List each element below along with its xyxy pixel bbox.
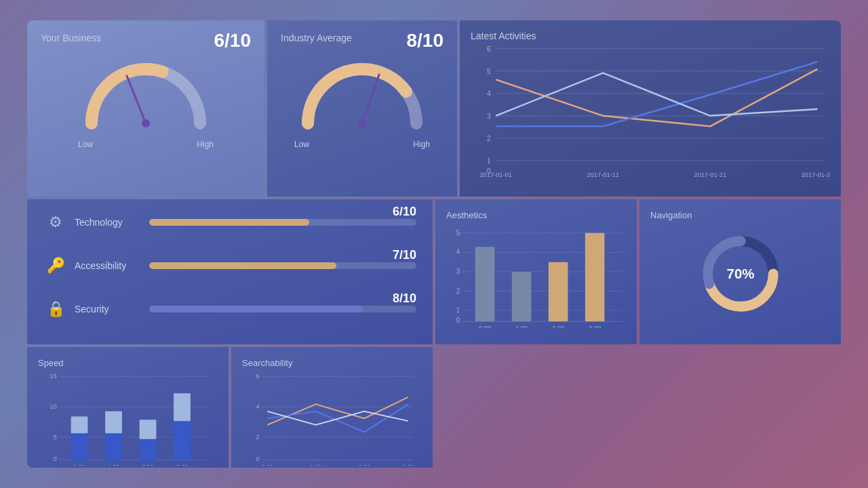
- your-business-low-label: Low: [78, 140, 93, 149]
- panel-searchability: Searchability 6 4 2 0 0.00 1.00 2.00 3.0…: [231, 347, 433, 468]
- svg-point-3: [358, 119, 366, 127]
- panel-navigation: Navigation 70%: [639, 199, 841, 344]
- navigation-donut: 70%: [696, 230, 785, 318]
- accessibility-icon: 🔑: [43, 253, 68, 278]
- svg-text:0: 0: [456, 317, 460, 324]
- svg-text:1.00: 1.00: [108, 464, 119, 466]
- panel-speed: Speed 15 10 5 0 0.00 1.00: [27, 347, 229, 468]
- your-business-gauge-labels: Low High: [78, 140, 214, 149]
- activities-title: Latest Activities: [471, 30, 536, 41]
- panel-latest-activities: Latest Activities 6 5 4 3 2 1 0 2017-01-…: [460, 20, 841, 197]
- searchability-title: Searchability: [242, 358, 292, 368]
- svg-text:2.00: 2.00: [142, 464, 154, 466]
- svg-rect-63: [174, 393, 191, 421]
- panel-metrics: 6/10 ⚙ Technology 7/10 🔑 Accessibility: [27, 199, 433, 344]
- dashboard: Your Business 6/10 Low High Industry Ave…: [27, 20, 841, 468]
- navigation-title: Navigation: [650, 210, 692, 220]
- svg-text:4: 4: [456, 248, 460, 256]
- svg-text:6: 6: [256, 372, 260, 380]
- svg-text:3.00: 3.00: [176, 464, 188, 466]
- svg-text:2: 2: [256, 433, 260, 441]
- svg-text:3.00: 3.00: [589, 325, 601, 328]
- svg-text:4: 4: [256, 403, 260, 410]
- svg-text:1.00: 1.00: [310, 464, 321, 466]
- accessibility-bar-container: [149, 262, 416, 269]
- accessibility-label: Accessibility: [75, 260, 142, 271]
- svg-point-1: [142, 119, 150, 127]
- svg-rect-56: [105, 433, 122, 461]
- svg-rect-59: [140, 439, 157, 461]
- svg-text:1: 1: [487, 157, 491, 165]
- bottom-row: 6/10 ⚙ Technology 7/10 🔑 Accessibility: [27, 199, 841, 468]
- svg-text:5: 5: [487, 67, 491, 75]
- svg-text:0.00: 0.00: [479, 325, 491, 328]
- svg-text:3.00: 3.00: [403, 464, 414, 466]
- industry-high-label: High: [413, 140, 430, 149]
- svg-text:15: 15: [50, 372, 57, 380]
- your-business-score: 6/10: [214, 30, 252, 52]
- technology-label: Technology: [75, 217, 142, 228]
- svg-rect-57: [105, 411, 122, 433]
- industry-title: Industry Average: [281, 33, 352, 43]
- svg-text:3: 3: [456, 268, 460, 275]
- your-business-title: Your Business: [41, 33, 101, 43]
- speed-chart: 15 10 5 0 0.00 1.00: [38, 369, 218, 466]
- accessibility-bar: [149, 262, 336, 269]
- security-bar-container: [149, 306, 416, 312]
- svg-text:0.00: 0.00: [74, 464, 85, 466]
- svg-line-2: [362, 75, 379, 123]
- svg-text:5: 5: [53, 433, 56, 441]
- panel-industry-average: Industry Average 8/10 Low High: [267, 20, 457, 197]
- technology-bar-container: [149, 219, 416, 226]
- svg-rect-54: [71, 416, 88, 433]
- svg-line-0: [127, 76, 146, 123]
- metric-row-technology: ⚙ Technology: [43, 210, 416, 235]
- svg-rect-35: [512, 272, 532, 321]
- svg-text:0.00: 0.00: [262, 464, 273, 466]
- svg-text:0: 0: [256, 455, 260, 462]
- panel-aesthetics: Aesthetics 5 4 3 2 1 0 0.00: [435, 199, 637, 344]
- svg-rect-33: [475, 247, 495, 321]
- svg-text:5: 5: [456, 229, 460, 237]
- security-label: Security: [75, 304, 142, 314]
- svg-text:2017-01-01: 2017-01-01: [479, 171, 512, 178]
- panel-your-business: Your Business 6/10 Low High: [27, 20, 264, 197]
- aesthetics-title: Aesthetics: [446, 210, 487, 220]
- aesthetics-chart: 5 4 3 2 1 0 0.00 1.00: [446, 221, 626, 328]
- svg-text:2017-01-11: 2017-01-11: [587, 171, 619, 178]
- technology-bar: [149, 219, 309, 226]
- svg-text:2.00: 2.00: [359, 464, 370, 466]
- svg-rect-60: [140, 420, 157, 439]
- svg-rect-39: [585, 233, 605, 321]
- activities-chart: 6 5 4 3 2 1 0 2017-01-01 2017-01-11 2017…: [471, 42, 830, 180]
- svg-text:2.00: 2.00: [552, 325, 564, 328]
- industry-gauge-labels: Low High: [294, 140, 430, 149]
- your-business-gauge: [78, 56, 214, 137]
- svg-text:70%: 70%: [726, 266, 754, 281]
- svg-text:1: 1: [456, 306, 460, 314]
- svg-text:2: 2: [487, 135, 491, 142]
- security-icon: 🔒: [43, 297, 68, 321]
- svg-text:2017-01-21: 2017-01-21: [694, 171, 727, 178]
- svg-text:2: 2: [456, 287, 460, 295]
- navigation-donut-container: 70%: [650, 221, 830, 327]
- svg-text:3: 3: [487, 112, 491, 119]
- industry-gauge: [294, 56, 430, 137]
- industry-score: 8/10: [407, 30, 444, 52]
- svg-rect-53: [71, 433, 88, 461]
- svg-rect-37: [549, 262, 568, 322]
- svg-text:1.00: 1.00: [515, 325, 528, 328]
- svg-text:4: 4: [487, 89, 491, 97]
- svg-text:10: 10: [50, 403, 57, 410]
- technology-icon: ⚙: [43, 210, 68, 235]
- industry-low-label: Low: [294, 140, 309, 149]
- speed-title: Speed: [38, 358, 64, 368]
- your-business-high-label: High: [197, 140, 214, 149]
- svg-text:6: 6: [487, 45, 491, 52]
- svg-text:2017-01-31: 2017-01-31: [802, 171, 830, 178]
- svg-rect-62: [174, 421, 191, 460]
- security-bar: [149, 306, 363, 312]
- searchability-chart: 6 4 2 0 0.00 1.00 2.00 3.00: [242, 369, 422, 466]
- metric-row-security: 🔒 Security: [43, 297, 416, 321]
- metric-row-accessibility: 🔑 Accessibility: [43, 253, 416, 278]
